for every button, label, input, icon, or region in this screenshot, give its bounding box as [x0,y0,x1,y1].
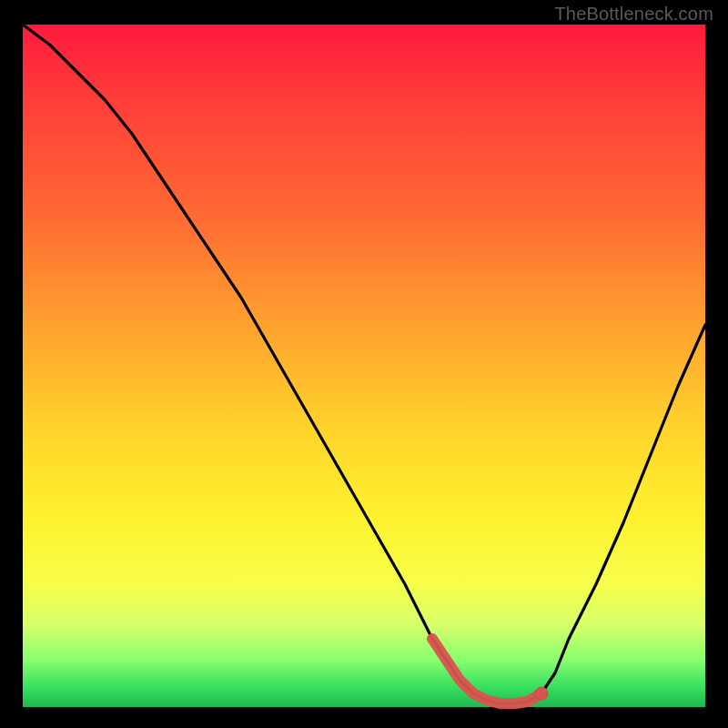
chart-frame: TheBottleneck.com [0,0,728,728]
marker-dot [535,687,548,700]
chart-plot-area [23,25,705,707]
optimal-range-highlight [432,639,541,703]
bottleneck-curve [23,25,705,703]
watermark-text: TheBottleneck.com [554,4,713,25]
chart-svg [23,25,705,707]
